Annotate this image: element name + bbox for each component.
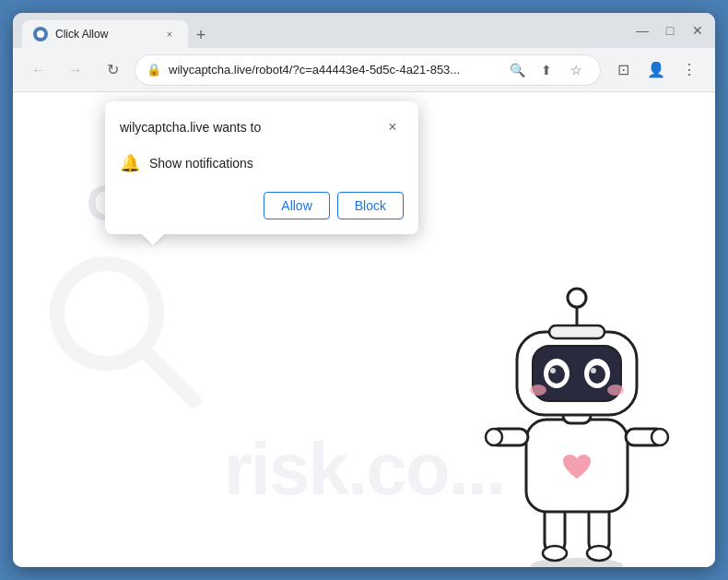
robot-illustration xyxy=(457,244,697,567)
title-bar: Click Allow × + — □ ✕ xyxy=(13,13,715,48)
back-button[interactable]: ← xyxy=(24,55,53,85)
account-icon[interactable]: 👤 xyxy=(641,55,671,85)
window-controls: — □ ✕ xyxy=(634,22,706,39)
notification-popup: wilycaptcha.live wants to × 🔔 Show notif… xyxy=(105,101,418,234)
menu-icon[interactable]: ⋮ xyxy=(675,55,704,85)
svg-point-17 xyxy=(548,365,565,384)
permission-label: Show notifications xyxy=(149,156,253,171)
close-button[interactable]: ✕ xyxy=(689,22,706,39)
tab-title: Click Allow xyxy=(55,28,155,41)
tab-area: Click Allow × + xyxy=(22,13,619,48)
active-tab[interactable]: Click Allow × xyxy=(22,20,188,48)
lock-icon: 🔒 xyxy=(147,63,161,77)
svg-point-18 xyxy=(589,365,605,384)
svg-point-19 xyxy=(550,368,556,373)
extensions-icon[interactable]: ⊡ xyxy=(608,55,638,85)
svg-point-11 xyxy=(652,429,668,445)
watermark-glass xyxy=(41,247,206,413)
popup-header: wilycaptcha.live wants to × xyxy=(120,116,404,138)
forward-button[interactable]: → xyxy=(61,55,90,85)
address-bar[interactable]: 🔒 wilycaptcha.live/robot4/?c=a44443e4-5d… xyxy=(135,54,601,86)
new-tab-button[interactable]: + xyxy=(188,22,214,48)
popup-permission-row: 🔔 Show notifications xyxy=(120,149,404,177)
bell-icon: 🔔 xyxy=(120,153,140,173)
block-button[interactable]: Block xyxy=(337,192,404,219)
reload-button[interactable]: ↻ xyxy=(98,55,127,85)
popup-close-button[interactable]: × xyxy=(382,116,404,138)
allow-button[interactable]: Allow xyxy=(264,192,329,219)
nav-bar: ← → ↻ 🔒 wilycaptcha.live/robot4/?c=a4444… xyxy=(13,48,715,92)
svg-line-1 xyxy=(145,350,194,400)
svg-rect-25 xyxy=(549,326,605,338)
svg-point-2 xyxy=(531,558,623,567)
address-icons: 🔍 ⬆ ☆ xyxy=(504,57,589,83)
maximize-button[interactable]: □ xyxy=(662,22,678,39)
svg-point-20 xyxy=(591,368,596,373)
svg-point-10 xyxy=(486,429,502,445)
bookmark-icon[interactable]: ☆ xyxy=(563,57,589,83)
svg-point-6 xyxy=(587,546,611,561)
popup-actions: Allow Block xyxy=(120,192,404,219)
svg-point-24 xyxy=(568,289,586,307)
svg-point-21 xyxy=(530,385,546,396)
address-text: wilycaptcha.live/robot4/?c=a44443e4-5d5c… xyxy=(169,63,497,77)
page-content: OU risk.co... xyxy=(13,92,715,567)
search-icon[interactable]: 🔍 xyxy=(504,57,530,83)
svg-point-5 xyxy=(543,546,567,561)
minimize-button[interactable]: — xyxy=(634,22,651,39)
browser-window: Click Allow × + — □ ✕ ← → ↻ 🔒 wilycaptch… xyxy=(13,13,715,567)
popup-title: wilycaptcha.live wants to xyxy=(120,120,261,135)
nav-right-icons: ⊡ 👤 ⋮ xyxy=(608,55,704,85)
tab-close-button[interactable]: × xyxy=(162,27,177,41)
svg-point-22 xyxy=(607,385,624,396)
share-icon[interactable]: ⬆ xyxy=(534,57,559,83)
tab-favicon-icon xyxy=(33,27,48,41)
